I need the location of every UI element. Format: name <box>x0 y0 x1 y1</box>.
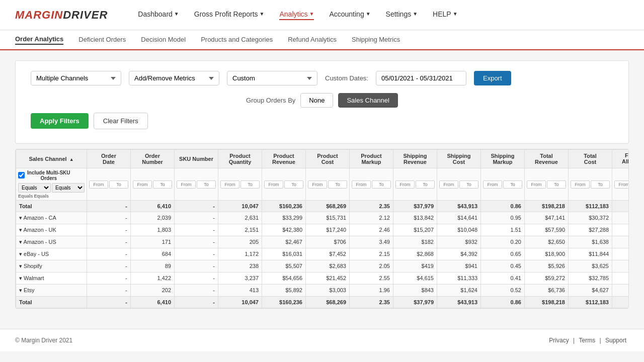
nav-item-analytics[interactable]: Analytics ▼ <box>279 10 314 20</box>
cell-fees-allow: $17,561 <box>612 224 629 236</box>
cell-sku-number: - <box>175 236 218 248</box>
shipping-cost-from[interactable] <box>439 180 458 189</box>
total-cost-to[interactable] <box>591 180 610 189</box>
shipping-revenue-to[interactable] <box>416 180 435 189</box>
footer-terms-link[interactable]: Terms <box>579 337 596 344</box>
shipping-revenue-from[interactable] <box>395 180 415 189</box>
nav-item-settings[interactable]: Settings ▼ <box>386 10 418 20</box>
shipping-markup-from[interactable] <box>483 180 502 189</box>
clear-filters-button[interactable]: Clear Filters <box>94 113 148 129</box>
cell-total-revenue: $2,650 <box>525 236 569 248</box>
group-sales-channel-button[interactable]: Sales Channel <box>338 93 398 108</box>
nav-item-accounting[interactable]: Accounting ▼ <box>329 10 370 20</box>
cell-product-cost: $7,452 <box>306 248 350 260</box>
cell-sku-number: - <box>175 260 218 272</box>
sub-nav-decision-model[interactable]: Decision Model <box>141 36 186 44</box>
main-nav-links: Dashboard ▼ Gross Profit Reports ▼ Analy… <box>138 10 457 20</box>
cell-shipping-cost: $1,624 <box>437 284 481 296</box>
total-revenue-to[interactable] <box>547 180 566 189</box>
chevron-down-icon: ▼ <box>453 11 458 17</box>
total-cost-from[interactable] <box>571 180 590 189</box>
product-markup-from[interactable] <box>352 180 371 189</box>
logo[interactable]: MARGINDRIVER <box>15 9 108 22</box>
order-number-from[interactable] <box>133 180 152 189</box>
product-qty-to[interactable] <box>240 180 260 189</box>
sub-nav-order-analytics[interactable]: Order Analytics <box>15 35 63 45</box>
filter-cell-shipping-revenue <box>393 168 437 200</box>
multi-sku-checkbox[interactable] <box>18 172 25 178</box>
fees-from[interactable] <box>614 180 629 189</box>
table-row: Total-6,410-10,047$160,236$68,2692.35$37… <box>16 200 629 212</box>
cell-fees-allow: $34,352 <box>612 200 629 212</box>
channel-filter-operator[interactable]: EqualsContains <box>18 183 51 193</box>
date-range-select[interactable]: Custom <box>227 71 317 85</box>
footer-support-link[interactable]: Support <box>605 337 626 344</box>
cell-product-markup: 2.12 <box>350 212 393 224</box>
shipping-markup-to[interactable] <box>503 180 522 189</box>
custom-dates-input[interactable] <box>376 71 466 85</box>
order-number-to[interactable] <box>153 180 172 189</box>
channel-select[interactable]: Multiple Channels <box>31 71 121 85</box>
page-footer: © Margin Driver 2021 Privacy | Terms | S… <box>0 329 644 351</box>
cell-order-date: - <box>87 248 131 260</box>
product-revenue-from[interactable] <box>264 180 283 189</box>
cell-shipping-markup: 0.20 <box>481 236 525 248</box>
logo-driver: DRIVER <box>63 9 108 21</box>
product-cost-to[interactable] <box>328 180 347 189</box>
table-header-row: Sales Channel ▲ OrderDate OrderNumber SK… <box>16 150 629 168</box>
sort-icon[interactable]: ▲ <box>69 157 74 162</box>
product-revenue-to[interactable] <box>284 180 303 189</box>
nav-item-dashboard[interactable]: Dashboard ▼ <box>138 10 179 20</box>
sku-from[interactable] <box>177 180 196 189</box>
cell-order-date: - <box>87 272 131 284</box>
sku-to[interactable] <box>197 180 216 189</box>
logo-margin: MARGIN <box>15 9 63 21</box>
sub-nav-products-categories[interactable]: Products and Categories <box>201 36 273 44</box>
total-revenue-from[interactable] <box>527 180 546 189</box>
cell-shipping-revenue: $37,979 <box>393 296 437 308</box>
nav-item-gross-profit[interactable]: Gross Profit Reports ▼ <box>194 10 265 20</box>
product-cost-from[interactable] <box>308 180 327 189</box>
sub-nav-shipping-metrics[interactable]: Shipping Metrics <box>352 36 400 44</box>
product-markup-to[interactable] <box>372 180 391 189</box>
cell-product-cost: $3,003 <box>306 284 350 296</box>
footer-privacy-link[interactable]: Privacy <box>549 337 569 344</box>
order-date-to[interactable] <box>109 180 128 189</box>
sub-nav-refund-analytics[interactable]: Refund Analytics <box>288 36 337 44</box>
apply-filters-button[interactable]: Apply Filters <box>31 113 89 129</box>
cell-order-date: - <box>87 284 131 296</box>
table-filter-row: Include Multi-SKUOrders EqualsContains E… <box>16 168 629 200</box>
cell-product-markup: 2.05 <box>350 260 393 272</box>
order-date-from[interactable] <box>89 180 108 189</box>
cell-channel: Total <box>16 296 87 308</box>
th-order-date: OrderDate <box>87 150 131 168</box>
cell-product-cost: $706 <box>306 236 350 248</box>
cell-shipping-revenue: $843 <box>393 284 437 296</box>
cell-product-cost: $68,269 <box>306 296 350 308</box>
cell-total-revenue: $198,218 <box>525 200 569 212</box>
cell-channel: ▾ Amazon - UK <box>16 224 87 236</box>
table-row: Total-6,410-10,047$160,236$68,2692.35$37… <box>16 296 629 308</box>
cell-product-markup: 2.55 <box>350 272 393 284</box>
cell-total-cost: $112,183 <box>569 200 612 212</box>
metrics-select[interactable]: Add/Remove Metrics <box>129 71 219 85</box>
sub-nav-deficient-orders[interactable]: Deficient Orders <box>78 36 126 44</box>
cell-shipping-markup: 0.52 <box>481 284 525 296</box>
group-orders-label: Group Orders By <box>246 97 295 104</box>
group-none-button[interactable]: None <box>300 93 333 108</box>
cell-shipping-cost: $43,913 <box>437 296 481 308</box>
export-button[interactable]: Export <box>474 71 511 85</box>
cell-sku-number: - <box>175 272 218 284</box>
filter-cell-product-markup <box>350 168 393 200</box>
shipping-cost-to[interactable] <box>459 180 478 189</box>
cell-channel: ▾ Walmart <box>16 272 87 284</box>
cell-shipping-cost: $14,641 <box>437 212 481 224</box>
cell-product-revenue: $54,656 <box>262 272 306 284</box>
nav-item-help[interactable]: HELP ▼ <box>433 10 457 20</box>
channel-filter-operator2[interactable]: EqualsContains <box>52 183 85 193</box>
product-qty-from[interactable] <box>220 180 239 189</box>
filter-cell-shipping-markup <box>481 168 525 200</box>
cell-order-number: 6,410 <box>131 200 175 212</box>
th-product-cost: ProductCost <box>306 150 350 168</box>
cell-shipping-revenue: $2,868 <box>393 248 437 260</box>
